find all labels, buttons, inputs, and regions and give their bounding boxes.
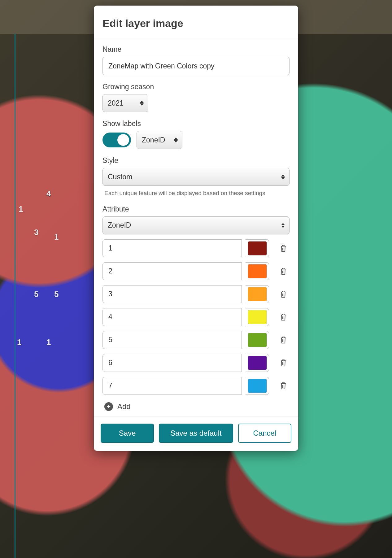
color-swatch-cell bbox=[246, 308, 269, 326]
attribute-value-input[interactable] bbox=[102, 239, 242, 257]
attribute-row bbox=[102, 262, 290, 280]
dropdown-arrows-icon bbox=[140, 101, 144, 106]
save-as-default-button[interactable]: Save as default bbox=[159, 424, 233, 443]
delete-row-button[interactable] bbox=[277, 311, 290, 323]
save-button-label: Save bbox=[119, 429, 136, 438]
name-input[interactable] bbox=[102, 57, 290, 75]
name-label: Name bbox=[102, 45, 290, 54]
style-help-text: Each unique feature will be displayed ba… bbox=[102, 189, 290, 198]
attribute-value-input[interactable] bbox=[102, 285, 242, 303]
attribute-value-input[interactable] bbox=[102, 354, 242, 372]
color-swatch[interactable] bbox=[248, 241, 267, 255]
color-swatch-cell bbox=[246, 331, 269, 349]
show-labels-label: Show labels bbox=[102, 120, 290, 128]
save-default-button-label: Save as default bbox=[170, 429, 221, 438]
modal-header: Edit layer image bbox=[94, 6, 298, 38]
attribute-value-input[interactable] bbox=[102, 262, 242, 280]
map-zone-label: 1 bbox=[54, 232, 59, 242]
map-zone-label: 3 bbox=[34, 228, 38, 237]
edit-layer-modal: Edit layer image Name Growing season 202… bbox=[94, 6, 298, 451]
color-swatch[interactable] bbox=[248, 356, 267, 370]
delete-row-button[interactable] bbox=[277, 288, 290, 300]
delete-row-button[interactable] bbox=[277, 242, 290, 255]
color-swatch[interactable] bbox=[248, 333, 267, 347]
labels-field-value: ZoneID bbox=[142, 136, 165, 144]
season-select[interactable]: 2021 bbox=[102, 94, 148, 112]
attribute-row bbox=[102, 239, 290, 257]
style-label: Style bbox=[102, 156, 290, 165]
attribute-value: ZoneID bbox=[108, 221, 131, 229]
add-label: Add bbox=[117, 402, 131, 411]
color-swatch[interactable] bbox=[248, 287, 267, 301]
cancel-button-label: Cancel bbox=[253, 429, 277, 438]
attribute-row bbox=[102, 285, 290, 303]
field-show-labels: Show labels ZoneID bbox=[102, 120, 290, 149]
cancel-button[interactable]: Cancel bbox=[238, 424, 291, 443]
map-zone-label: 1 bbox=[46, 338, 51, 347]
labels-field-select[interactable]: ZoneID bbox=[137, 131, 182, 149]
attribute-row bbox=[102, 331, 290, 349]
attribute-value-input[interactable] bbox=[102, 308, 242, 326]
delete-row-button[interactable] bbox=[277, 265, 290, 277]
map-zone-label: 5 bbox=[54, 290, 59, 299]
dropdown-arrows-icon bbox=[174, 137, 178, 142]
color-swatch-cell bbox=[246, 239, 269, 257]
map-zone-label: 1 bbox=[19, 204, 23, 214]
delete-row-button[interactable] bbox=[277, 334, 290, 346]
show-labels-toggle[interactable] bbox=[102, 133, 131, 147]
attribute-row bbox=[102, 308, 290, 326]
modal-body: Name Growing season 2021 Show labels Zon… bbox=[94, 38, 298, 416]
color-swatch-cell bbox=[246, 354, 269, 372]
attribute-select[interactable]: ZoneID bbox=[102, 216, 290, 234]
dropdown-arrows-icon bbox=[281, 223, 285, 228]
delete-row-button[interactable] bbox=[277, 380, 290, 392]
save-button[interactable]: Save bbox=[101, 424, 154, 443]
add-attribute-button[interactable]: + Add bbox=[104, 402, 290, 411]
delete-row-button[interactable] bbox=[277, 357, 290, 369]
attribute-value-input[interactable] bbox=[102, 377, 242, 395]
style-value: Custom bbox=[108, 173, 132, 181]
season-label: Growing season bbox=[102, 83, 290, 91]
field-style: Style Custom Each unique feature will be… bbox=[102, 156, 290, 198]
color-swatch-cell bbox=[246, 377, 269, 395]
color-swatch[interactable] bbox=[248, 264, 267, 278]
plus-circle-icon: + bbox=[104, 402, 113, 411]
attribute-color-rows bbox=[102, 239, 290, 395]
color-swatch-cell bbox=[246, 285, 269, 303]
field-attribute: Attribute ZoneID bbox=[102, 205, 290, 411]
toggle-knob bbox=[117, 134, 129, 146]
map-zone-label: 5 bbox=[34, 290, 38, 299]
attribute-value-input[interactable] bbox=[102, 331, 242, 349]
attribute-label: Attribute bbox=[102, 205, 290, 213]
color-swatch[interactable] bbox=[248, 379, 267, 393]
map-zone-label: 1 bbox=[17, 338, 21, 347]
field-growing-season: Growing season 2021 bbox=[102, 83, 290, 112]
season-value: 2021 bbox=[108, 99, 124, 107]
attribute-row bbox=[102, 377, 290, 395]
dropdown-arrows-icon bbox=[281, 174, 285, 179]
color-swatch-cell bbox=[246, 262, 269, 280]
field-name: Name bbox=[102, 45, 290, 75]
modal-title: Edit layer image bbox=[102, 17, 290, 29]
modal-footer: Save Save as default Cancel bbox=[94, 416, 298, 451]
color-swatch[interactable] bbox=[248, 310, 267, 324]
attribute-row bbox=[102, 354, 290, 372]
map-zone-label: 4 bbox=[46, 189, 51, 198]
style-select[interactable]: Custom bbox=[102, 168, 290, 186]
